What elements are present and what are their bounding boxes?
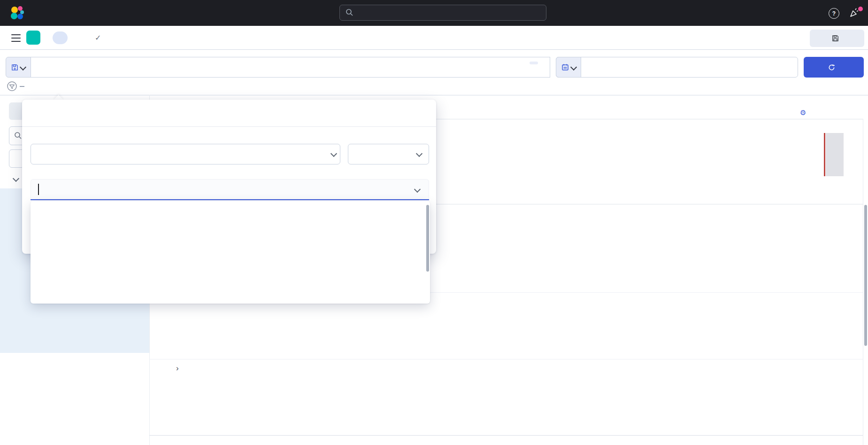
row-divider xyxy=(149,435,863,436)
partial-bucket-shade xyxy=(826,133,844,176)
search-icon xyxy=(346,8,353,16)
chevron-down-icon xyxy=(570,64,576,70)
options-scrollbar[interactable] xyxy=(426,205,429,272)
saved-query-icon xyxy=(11,64,18,71)
notification-dot xyxy=(858,7,863,11)
checkmark-icon: ✓ xyxy=(95,33,101,42)
help-icon[interactable]: ? xyxy=(829,8,839,19)
chevron-down-icon xyxy=(416,150,422,157)
menu-icon[interactable] xyxy=(11,34,21,44)
refresh-icon xyxy=(828,64,835,71)
chevron-down-icon xyxy=(20,64,26,70)
global-search-input[interactable] xyxy=(339,5,546,21)
expand-row-icon[interactable]: › xyxy=(176,364,179,373)
space-avatar[interactable] xyxy=(26,31,40,45)
date-quick-select-button[interactable] xyxy=(556,57,581,78)
date-picker-group xyxy=(556,57,798,78)
kql-badge[interactable] xyxy=(530,62,538,64)
save-icon xyxy=(832,35,839,42)
gear-icon[interactable]: ⚙ xyxy=(800,109,806,117)
refresh-button[interactable] xyxy=(804,57,864,78)
vertical-scrollbar[interactable] xyxy=(864,205,867,346)
search-icon xyxy=(14,132,22,140)
query-input[interactable] xyxy=(31,57,550,78)
operator-select[interactable] xyxy=(348,144,429,164)
current-time-marker xyxy=(824,133,825,176)
popover-divider xyxy=(22,126,436,127)
text-cursor xyxy=(38,184,39,195)
value-options-list xyxy=(31,201,430,304)
save-button[interactable] xyxy=(810,30,864,47)
divider xyxy=(20,86,24,87)
value-combobox[interactable] xyxy=(31,179,429,200)
breadcrumb[interactable] xyxy=(53,31,68,44)
calendar-icon xyxy=(561,63,569,71)
elastic-logo-icon[interactable] xyxy=(9,6,24,21)
field-select[interactable] xyxy=(31,144,340,164)
scroll-track-border xyxy=(863,119,863,445)
app-toolbar xyxy=(0,26,868,50)
row-divider xyxy=(149,359,863,359)
filter-menu-icon[interactable] xyxy=(7,81,17,91)
chevron-down-icon[interactable] xyxy=(13,175,19,182)
section-divider xyxy=(0,95,868,95)
chevron-down-icon xyxy=(330,150,337,157)
saved-query-menu-button[interactable] xyxy=(6,57,31,78)
